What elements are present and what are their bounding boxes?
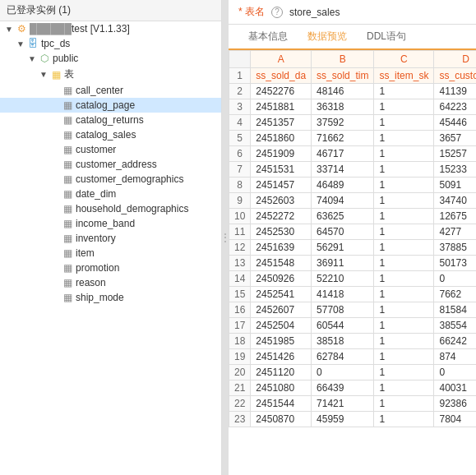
table-row[interactable]: 22245154471421192386 <box>229 396 477 412</box>
tree-table-promotion[interactable]: ▶ ▦ promotion <box>0 261 221 275</box>
table-row[interactable]: 16245260757708181584 <box>229 302 477 318</box>
cell-rownum: 1 <box>229 68 251 84</box>
tree-table-call_center[interactable]: ▶ ▦ call_center <box>0 83 221 98</box>
cell-data: 2451639 <box>251 240 312 256</box>
table-row[interactable]: 21245108066439140031 <box>229 380 477 396</box>
tpcds-arrow[interactable]: ▼ <box>15 39 26 48</box>
table-row[interactable]: 2324508704595917804 <box>229 412 477 427</box>
tables-arrow[interactable]: ▼ <box>38 70 49 79</box>
cell-data: 2452603 <box>251 193 312 209</box>
cell-data: 37885 <box>434 240 476 256</box>
tpcds-label[interactable]: tpc_ds <box>41 38 70 49</box>
table-row[interactable]: 824514574648915091 <box>229 178 477 193</box>
tree-tpcds-row[interactable]: ▼ 🗄 tpc_ds <box>0 36 221 51</box>
table-row[interactable]: 1424509265221010 <box>229 271 477 287</box>
cell-rownum: 23 <box>229 412 251 427</box>
cell-rownum: 6 <box>229 146 251 162</box>
table-label-ship_mode: ship_mode <box>76 292 124 303</box>
table-row[interactable]: 202451120010 <box>229 365 477 380</box>
tree-table-item[interactable]: ▶ ▦ item <box>0 246 221 261</box>
table-row[interactable]: 18245198538518166242 <box>229 334 477 349</box>
cell-data: 3657 <box>434 131 476 146</box>
tree-table-customer_address[interactable]: ▶ ▦ customer_address <box>0 157 221 172</box>
tree-table-ship_mode[interactable]: ▶ ▦ ship_mode <box>0 290 221 305</box>
table-row[interactable]: 192451426627841874 <box>229 349 477 365</box>
table-row[interactable]: 1524525414141817662 <box>229 287 477 302</box>
table-name-value: store_sales <box>289 7 340 18</box>
cell-data: 1 <box>374 146 434 162</box>
table-icon-reason: ▦ <box>61 277 74 288</box>
table-row[interactable]: 13245154836911150173 <box>229 256 477 271</box>
tree-table-catalog_page[interactable]: ▶ ▦ catalog_page <box>0 98 221 113</box>
table-row[interactable]: 17245250460544138554 <box>229 318 477 334</box>
table-row[interactable]: 4245135737592145446 <box>229 115 477 131</box>
public-label[interactable]: public <box>53 53 78 64</box>
tree-table-catalog_sales[interactable]: ▶ ▦ catalog_sales <box>0 127 221 142</box>
tab-ddl[interactable]: DDL语句 <box>357 25 416 50</box>
col-header-c[interactable]: C <box>374 51 434 68</box>
table-icon-promotion: ▦ <box>61 262 74 274</box>
data-table-container[interactable]: A B C D 1ss_sold_dass_sold_timss_item_sk… <box>229 50 476 475</box>
table-icon-income_band: ▦ <box>61 218 74 229</box>
cell-data: 1 <box>374 271 434 287</box>
tree-tables-folder[interactable]: ▼ ▦ 表 <box>0 66 221 83</box>
tabs-bar: 基本信息 数据预览 DDL语句 <box>229 25 476 50</box>
tree-table-income_band[interactable]: ▶ ▦ income_band <box>0 216 221 231</box>
cell-data: 46489 <box>312 178 374 193</box>
cell-data: 71662 <box>312 131 374 146</box>
table-row[interactable]: 7245153133714115233 <box>229 162 477 178</box>
tree-public-row[interactable]: ▼ ⬡ public <box>0 51 221 66</box>
public-arrow[interactable]: ▼ <box>26 54 38 63</box>
col-header-b[interactable]: B <box>312 51 374 68</box>
cell-data: 45959 <box>312 412 374 427</box>
table-row[interactable]: 9245260374094134740 <box>229 193 477 209</box>
cell-data: 1 <box>374 224 434 240</box>
cell-data: 1 <box>374 349 434 365</box>
cell-data: 7662 <box>434 287 476 302</box>
table-row[interactable]: 524518607166213657 <box>229 131 477 146</box>
tree-container[interactable]: ▼ ⚙ ██████test [V1.1.33] ▼ 🗄 tpc_ds ▼ ⬡ … <box>0 21 221 475</box>
header-label: 已登录实例 (1) <box>7 3 71 17</box>
left-panel: 已登录实例 (1) ▼ ⚙ ██████test [V1.1.33] ▼ 🗄 t… <box>0 0 222 475</box>
tree-table-inventory[interactable]: ▶ ▦ inventory <box>0 231 221 246</box>
cell-data: 2451120 <box>251 365 312 380</box>
cell-rownum: 12 <box>229 240 251 256</box>
col-header-a[interactable]: A <box>251 51 312 68</box>
instance-label[interactable]: ██████test [V1.1.33] <box>30 23 130 35</box>
cell-data: 5091 <box>434 178 476 193</box>
cell-rownum: 4 <box>229 115 251 131</box>
cell-rownum: 17 <box>229 318 251 334</box>
table-row[interactable]: 6245190946717115257 <box>229 146 477 162</box>
tree-table-customer_demographics[interactable]: ▶ ▦ customer_demographics <box>0 172 221 187</box>
cell-data: 2451426 <box>251 349 312 365</box>
tab-preview[interactable]: 数据预览 <box>298 25 357 50</box>
cell-data: 2451985 <box>251 334 312 349</box>
cell-rownum: 15 <box>229 287 251 302</box>
tree-table-date_dim[interactable]: ▶ ▦ date_dim <box>0 187 221 201</box>
table-row[interactable]: 1ss_sold_dass_sold_timss_item_skss_custo… <box>229 68 477 84</box>
splitter[interactable]: ⋮ <box>222 0 229 475</box>
cell-rownum: 13 <box>229 256 251 271</box>
cell-rownum: 19 <box>229 349 251 365</box>
table-row[interactable]: 12245163956291137885 <box>229 240 477 256</box>
cell-data: 2452276 <box>251 84 312 99</box>
cell-data: 2451357 <box>251 115 312 131</box>
instance-arrow[interactable]: ▼ <box>3 25 15 34</box>
tree-table-household_demographics[interactable]: ▶ ▦ household_demographics <box>0 201 221 216</box>
table-row[interactable]: 10245227263625112675 <box>229 209 477 224</box>
cell-data: 15233 <box>434 162 476 178</box>
table-row[interactable]: 1124525306457014277 <box>229 224 477 240</box>
cell-data: 2452504 <box>251 318 312 334</box>
table-row[interactable]: 3245188136318164223 <box>229 99 477 115</box>
tree-table-customer[interactable]: ▶ ▦ customer <box>0 142 221 157</box>
tree-instance-row[interactable]: ▼ ⚙ ██████test [V1.1.33] <box>0 21 221 36</box>
table-icon-customer_address: ▦ <box>61 159 74 170</box>
tab-basic[interactable]: 基本信息 <box>238 25 298 50</box>
tree-table-reason[interactable]: ▶ ▦ reason <box>0 275 221 290</box>
table-row[interactable]: 2245227648146141139 <box>229 84 477 99</box>
col-header-d[interactable]: D <box>434 51 476 68</box>
cell-data: 2451531 <box>251 162 312 178</box>
tree-table-catalog_returns[interactable]: ▶ ▦ catalog_returns <box>0 113 221 127</box>
tables-label[interactable]: 表 <box>64 67 74 81</box>
help-icon[interactable]: ? <box>271 7 283 18</box>
